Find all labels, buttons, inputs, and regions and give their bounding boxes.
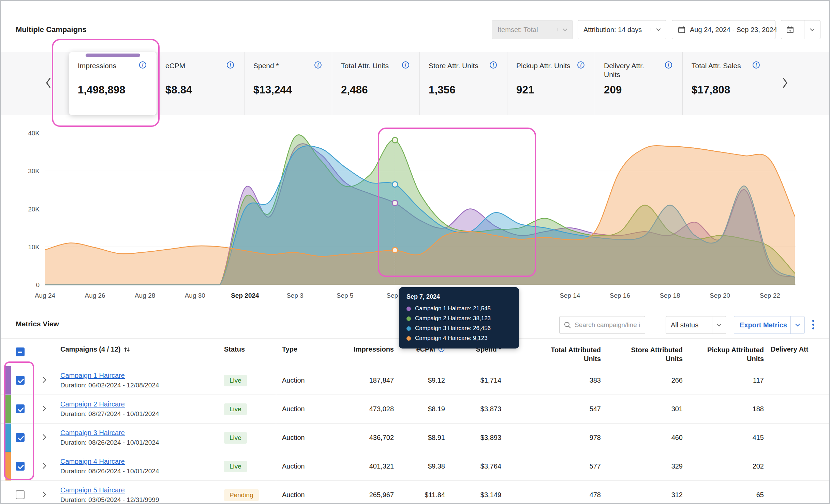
svg-text:10K: 10K	[28, 243, 40, 251]
pickup-attributed-units-column-header: Pickup Attributed Units	[706, 345, 764, 363]
search-box[interactable]	[559, 316, 645, 334]
campaign-link[interactable]: Campaign 2 Haircare	[60, 400, 125, 408]
status-filter-dropdown[interactable]: All status	[666, 316, 726, 334]
expand-row-icon[interactable]	[42, 405, 46, 413]
metric-card-delivery-attr-units[interactable]: Delivery Attr. Units 209	[595, 52, 682, 115]
metric-value: $17,808	[692, 84, 760, 96]
metric-card-impressions[interactable]: Impressions 1,498,898	[69, 52, 157, 115]
tooltip-date: Sep 7, 2024	[406, 293, 512, 300]
campaign-type: Auction	[276, 424, 343, 452]
compare-date-button[interactable]	[781, 20, 820, 39]
tooltip-value: Campaign 2 Haircare: 38,123	[415, 315, 491, 322]
campaign-link[interactable]: Campaign 1 Haircare	[60, 372, 125, 380]
total-units-value: 478	[501, 481, 601, 504]
metric-label: Total Attr. Sales	[692, 61, 741, 70]
metric-card-total-attr-units[interactable]: Total Attr. Units 2,486	[332, 52, 419, 115]
info-icon[interactable]	[227, 61, 234, 69]
info-icon[interactable]	[139, 61, 146, 69]
search-input[interactable]	[574, 321, 641, 329]
impressions-value: 187,847	[343, 366, 394, 395]
chevron-down-icon[interactable]	[804, 20, 820, 39]
metric-card-spend[interactable]: Spend * $13,244	[244, 52, 332, 115]
svg-text:0: 0	[36, 281, 40, 288]
calendar-add-icon[interactable]	[781, 20, 799, 39]
row-checkbox[interactable]	[16, 404, 25, 413]
row-checkbox[interactable]	[16, 433, 25, 442]
metric-card-store-attr-units[interactable]: Store Attr. Units 1,356	[419, 52, 507, 115]
ecpm-value: $8.91	[394, 424, 445, 452]
status-filter-label: All status	[671, 321, 698, 329]
tooltip-row: Campaign 1 Haircare: 21,545	[406, 305, 512, 312]
impressions-column-header: Impressions	[343, 339, 394, 366]
metric-label: Delivery Attr. Units	[604, 61, 660, 79]
metric-label: Impressions	[78, 61, 116, 70]
metric-card-total-attr-sales[interactable]: Total Attr. Sales $17,808	[682, 52, 770, 115]
info-icon[interactable]	[314, 61, 322, 69]
info-icon[interactable]	[665, 61, 672, 69]
expand-row-icon[interactable]	[42, 434, 46, 442]
itemset-dropdown-label: Itemset: Total	[498, 26, 538, 34]
expand-row-icon[interactable]	[42, 462, 46, 471]
campaign-link[interactable]: Campaign 3 Haircare	[60, 429, 125, 437]
chevron-down-icon	[651, 28, 666, 31]
table-row: Campaign 1 HaircareDuration: 06/02/2024 …	[1, 366, 830, 395]
campaign-link[interactable]: Campaign 4 Haircare	[60, 458, 125, 465]
series-dot	[406, 336, 411, 341]
chart-canvas[interactable]: 010K20K30K40KAug 24Aug 26Aug 28Aug 30Sep…	[1, 120, 830, 301]
info-icon[interactable]	[753, 61, 760, 69]
spend-value: $1,714	[445, 366, 501, 395]
kebab-menu-icon[interactable]	[811, 318, 816, 331]
expand-row-icon[interactable]	[42, 376, 46, 385]
info-icon[interactable]	[577, 61, 584, 69]
pickup-units-value: 188	[683, 395, 764, 423]
info-icon[interactable]	[490, 61, 497, 69]
impressions-value: 265,967	[343, 481, 394, 504]
campaign-duration: Duration: 03/05/2024 - 12/31/9999	[60, 496, 159, 504]
carousel-right-button[interactable]	[775, 52, 795, 115]
metric-card-pickup-attr-units[interactable]: Pickup Attr. Units 921	[507, 52, 595, 115]
metric-label: Spend *	[253, 61, 279, 70]
status-badge: Live	[224, 375, 247, 386]
attribution-dropdown[interactable]: Attribution: 14 days	[578, 20, 666, 39]
metric-value: 1,356	[429, 84, 497, 96]
campaign-duration: Duration: 06/02/2024 - 12/08/2024	[60, 382, 159, 389]
campaign-duration: Duration: 08/26/2024 - 10/01/2024	[60, 468, 159, 475]
campaign-type: Auction	[276, 481, 343, 504]
export-metrics-button[interactable]: Export Metrics	[734, 316, 805, 334]
campaign-type: Auction	[276, 395, 343, 423]
campaign-link[interactable]: Campaign 5 Haircare	[60, 486, 125, 494]
svg-text:Sep 5: Sep 5	[337, 292, 354, 299]
impressions-value: 436,702	[343, 424, 394, 452]
svg-text:30K: 30K	[28, 167, 40, 175]
campaign-duration: Duration: 08/27/2024 - 10/01/2024	[60, 410, 159, 418]
info-icon[interactable]	[402, 61, 409, 69]
series-color-bar	[5, 395, 11, 423]
total-units-value: 547	[501, 395, 601, 423]
total-units-value: 383	[501, 366, 601, 395]
row-checkbox[interactable]	[16, 376, 25, 385]
metric-value: 1,498,898	[78, 84, 146, 96]
carousel-left-button[interactable]	[39, 52, 58, 115]
chevron-down-icon	[712, 323, 726, 327]
metric-card-ecpm[interactable]: eCPM $8.84	[157, 52, 244, 115]
ecpm-value: $11.84	[394, 481, 445, 504]
store-units-value: 312	[601, 481, 683, 504]
svg-text:Aug 28: Aug 28	[135, 292, 155, 299]
tooltip-value: Campaign 4 Haircare: 9,123	[415, 335, 488, 342]
impressions-area-chart[interactable]: 010K20K30K40KAug 24Aug 26Aug 28Aug 30Sep…	[1, 120, 830, 301]
itemset-dropdown[interactable]: Itemset: Total	[492, 20, 573, 39]
select-all-checkbox[interactable]	[16, 347, 25, 356]
metric-value: 921	[516, 84, 584, 96]
svg-text:Sep 16: Sep 16	[610, 292, 630, 299]
series-color-bar	[5, 366, 11, 395]
row-checkbox[interactable]	[16, 490, 25, 499]
row-checkbox[interactable]	[16, 462, 25, 471]
metric-cards-strip: Impressions 1,498,898 eCPM $8.84 Spend *…	[1, 52, 829, 115]
tooltip-row: Campaign 3 Haircare: 26,456	[406, 325, 512, 332]
chart-tooltip: Sep 7, 2024 Campaign 1 Haircare: 21,545 …	[399, 287, 519, 349]
sort-icon[interactable]	[123, 345, 130, 355]
selected-metric-indicator	[86, 54, 140, 57]
expand-row-icon[interactable]	[42, 491, 46, 499]
ecpm-value: $8.19	[394, 395, 445, 423]
date-range-picker[interactable]: Aug 24, 2024 - Sep 23, 2024	[672, 20, 775, 39]
